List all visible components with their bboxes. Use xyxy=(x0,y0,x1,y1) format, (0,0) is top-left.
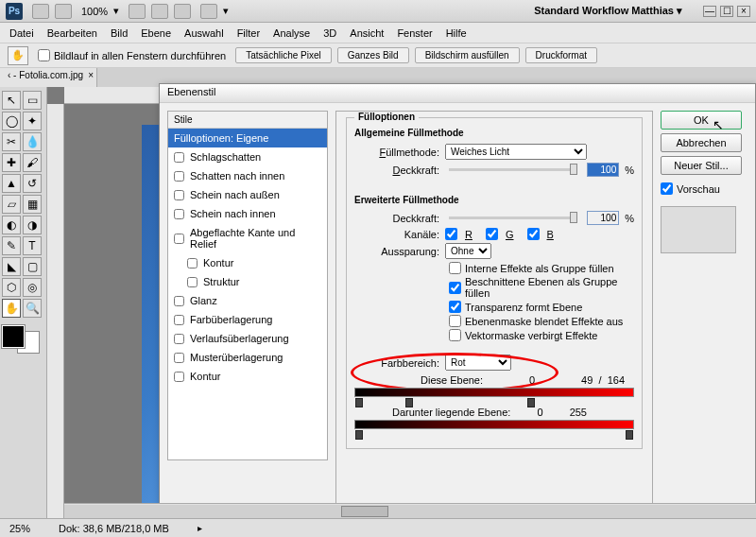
zoom-dropdown[interactable]: 100% ▾ xyxy=(81,5,119,17)
underlying-layer-gradient[interactable] xyxy=(354,420,634,429)
wand-tool[interactable]: ✦ xyxy=(23,112,42,130)
preview-thumbnail xyxy=(661,206,736,253)
menu-analyse[interactable]: Analyse xyxy=(273,27,310,39)
crop-tool[interactable]: ✂ xyxy=(2,132,21,151)
close-button[interactable]: × xyxy=(737,6,750,17)
menu-bearbeiten[interactable]: Bearbeiten xyxy=(47,27,97,39)
film-icon[interactable] xyxy=(55,4,72,19)
optbar-button[interactable]: Tatsächliche Pixel xyxy=(235,47,331,63)
hand-icon[interactable] xyxy=(129,4,146,19)
marquee-tool[interactable]: ▭ xyxy=(23,91,42,110)
cancel-button[interactable]: Abbrechen xyxy=(661,133,742,152)
minimize-button[interactable]: — xyxy=(703,6,716,17)
style-item[interactable]: Schlagschatten xyxy=(168,147,327,166)
brush-tool[interactable]: 🖌 xyxy=(23,153,42,172)
style-item[interactable]: Struktur xyxy=(168,272,327,291)
heal-tool[interactable]: ✚ xyxy=(2,153,21,172)
adv-checkbox[interactable]: Beschnittene Ebenen als Gruppe füllen xyxy=(449,276,634,299)
knockout-label: Aussparung: xyxy=(354,246,439,257)
menu-fenster[interactable]: Fenster xyxy=(397,27,432,39)
channel-r-checkbox[interactable] xyxy=(445,228,457,240)
hand-tool-icon[interactable]: ✋ xyxy=(8,46,28,65)
zoom-tool[interactable]: 🔍 xyxy=(23,299,42,318)
horizontal-scrollbar[interactable] xyxy=(64,503,756,518)
shape-tool[interactable]: ▢ xyxy=(23,257,42,276)
menu-hilfe[interactable]: Hilfe xyxy=(446,27,467,39)
style-item[interactable]: Musterüberlagerung xyxy=(168,348,327,367)
preview-checkbox[interactable]: Vorschau xyxy=(661,182,742,195)
style-item[interactable]: Glanz xyxy=(168,291,327,310)
style-item[interactable]: Fülloptionen: Eigene xyxy=(168,129,327,147)
menu-ansicht[interactable]: Ansicht xyxy=(350,27,384,39)
style-item[interactable]: Schein nach außen xyxy=(168,185,327,204)
scroll-all-checkbox[interactable]: Bildlauf in allen Fenstern durchführen xyxy=(38,49,226,61)
pen-tool[interactable]: ✎ xyxy=(2,236,21,255)
style-item[interactable]: Verlaufsüberlagerung xyxy=(168,329,327,348)
fill-opacity-input[interactable]: 100 xyxy=(587,211,619,225)
this-layer-gradient[interactable] xyxy=(354,388,634,397)
style-item[interactable]: Schatten nach innen xyxy=(168,166,327,185)
file-tab[interactable]: ‹ - Fotolia.com.jpg xyxy=(0,68,97,87)
adv-checkbox[interactable]: Interne Effekte als Gruppe füllen xyxy=(449,262,634,274)
ok-button[interactable]: OK↖ xyxy=(661,111,742,130)
bridge-icon[interactable] xyxy=(32,4,49,19)
optbar-button[interactable]: Ganzes Bild xyxy=(337,47,409,63)
this-layer-label: Diese Ebene: xyxy=(421,374,483,386)
maximize-button[interactable]: ☐ xyxy=(720,6,733,17)
blend-range-select[interactable]: Rot xyxy=(445,355,511,371)
advanced-fill-legend: Erweiterte Füllmethode xyxy=(354,195,634,205)
eyedropper-tool[interactable]: 💧 xyxy=(23,132,42,151)
3d-tool[interactable]: ⬡ xyxy=(2,278,21,297)
dodge-tool[interactable]: ◑ xyxy=(23,216,42,234)
opacity-slider[interactable] xyxy=(449,168,577,171)
type-tool[interactable]: T xyxy=(23,236,42,255)
optbar-button[interactable]: Druckformat xyxy=(525,47,597,63)
knockout-select[interactable]: Ohne xyxy=(445,243,491,259)
menu-bild[interactable]: Bild xyxy=(111,27,128,39)
camera-tool[interactable]: ◎ xyxy=(23,278,42,297)
fill-opacity-slider[interactable] xyxy=(449,217,577,219)
menu-3d[interactable]: 3D xyxy=(323,27,336,39)
eraser-tool[interactable]: ▱ xyxy=(2,195,21,214)
screen-mode-icon[interactable] xyxy=(200,4,217,19)
style-item[interactable]: Schein nach innen xyxy=(168,204,327,223)
blend-mode-label: Füllmethode: xyxy=(354,147,439,158)
style-item[interactable]: Farbüberlagerung xyxy=(168,310,327,329)
optbar-button[interactable]: Bildschirm ausfüllen xyxy=(415,47,520,63)
workspace-label[interactable]: Standard Workflow Matthias ▾ xyxy=(534,5,682,17)
opacity-label: Deckkraft: xyxy=(354,165,439,176)
options-bar: ✋ Bildlauf in allen Fenstern durchführen… xyxy=(0,43,756,68)
lasso-tool[interactable]: ◯ xyxy=(2,112,21,130)
blur-tool[interactable]: ◐ xyxy=(2,216,21,234)
blend-mode-select[interactable]: Weiches Licht xyxy=(445,144,587,160)
zoom-icon[interactable] xyxy=(151,4,168,19)
rotate-icon[interactable] xyxy=(174,4,191,19)
zoom-status[interactable]: 25% xyxy=(9,523,30,534)
history-tool[interactable]: ↺ xyxy=(23,174,42,193)
adv-checkbox[interactable]: Transparenz formt Ebene xyxy=(449,301,634,313)
fill-opacity-label: Deckkraft: xyxy=(354,213,439,224)
gradient-tool[interactable]: ▦ xyxy=(23,195,42,214)
adv-checkbox[interactable]: Ebenenmaske blendet Effekte aus xyxy=(449,315,634,327)
stamp-tool[interactable]: ▲ xyxy=(2,174,21,193)
general-fill-legend: Allgemeine Füllmethode xyxy=(354,128,634,138)
menu-ebene[interactable]: Ebene xyxy=(141,27,171,39)
path-tool[interactable]: ◣ xyxy=(2,257,21,276)
style-item[interactable]: Kontur xyxy=(168,253,327,272)
adv-checkbox[interactable]: Vektormaske verbirgt Effekte xyxy=(449,329,634,341)
style-item[interactable]: Abgeflachte Kante und Relief xyxy=(168,223,327,253)
new-style-button[interactable]: Neuer Stil... xyxy=(661,156,742,175)
channels-label: Kanäle: xyxy=(354,229,439,240)
opacity-input[interactable]: 100 xyxy=(587,163,619,177)
style-item[interactable]: Kontur xyxy=(168,367,327,386)
doc-size-status: Dok: 38,6 MB/218,0 MB xyxy=(59,523,169,534)
channel-b-checkbox[interactable] xyxy=(527,228,540,240)
menu-datei[interactable]: Datei xyxy=(9,27,34,39)
move-tool[interactable]: ↖ xyxy=(2,91,21,110)
menubar: DateiBearbeitenBildEbeneAuswahlFilterAna… xyxy=(0,23,756,43)
hand-tool[interactable]: ✋ xyxy=(2,299,21,318)
menu-auswahl[interactable]: Auswahl xyxy=(184,27,224,39)
color-swatch[interactable] xyxy=(2,325,40,354)
channel-g-checkbox[interactable] xyxy=(486,228,498,240)
menu-filter[interactable]: Filter xyxy=(237,27,260,39)
